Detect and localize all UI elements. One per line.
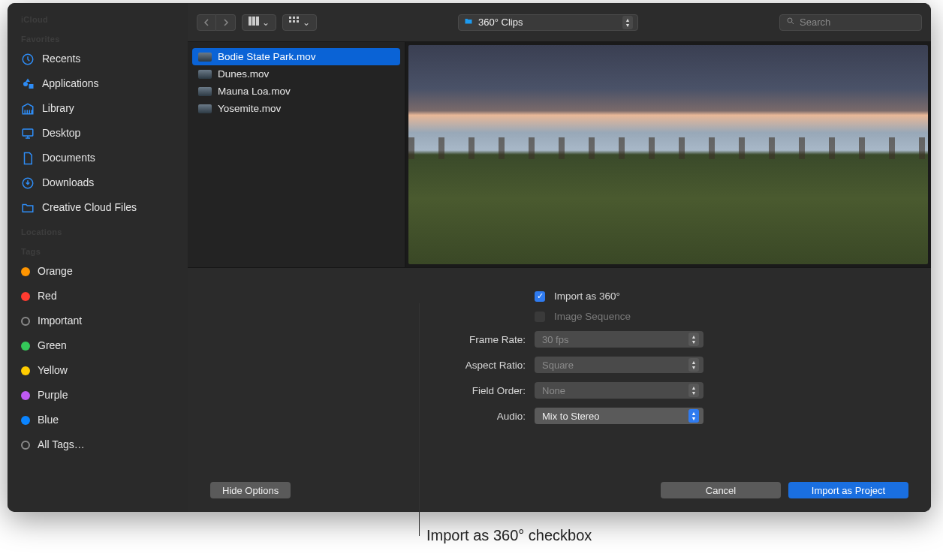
document-icon — [21, 152, 35, 165]
path-dropdown[interactable]: 360° Clips ▲▼ — [458, 14, 638, 31]
sidebar-item-label: Library — [42, 99, 74, 118]
tag-dot-icon — [21, 391, 30, 400]
tag-dot-icon — [21, 317, 30, 326]
aspect-ratio-select[interactable]: Square ▲▼ — [535, 357, 703, 373]
folder-icon — [21, 201, 35, 215]
updown-arrows-icon: ▲▼ — [622, 16, 633, 29]
group-mode-button[interactable]: ⌄ — [282, 14, 317, 31]
forward-button[interactable] — [216, 14, 236, 31]
file-item[interactable]: Mauna Loa.mov — [188, 83, 405, 100]
browser-content: Bodie State Park.mov Dunes.mov Mauna Loa… — [188, 42, 931, 267]
file-name: Dunes.mov — [218, 68, 269, 80]
chevron-down-icon: ⌄ — [303, 17, 310, 28]
sidebar-item-applications[interactable]: Applications — [8, 71, 188, 96]
svg-rect-7 — [293, 17, 295, 19]
sidebar-all-tags[interactable]: All Tags… — [8, 432, 188, 457]
view-mode-button[interactable]: ⌄ — [242, 14, 276, 31]
library-icon — [21, 102, 35, 116]
chevron-down-icon: ⌄ — [262, 17, 270, 28]
sidebar-item-label: Recents — [42, 50, 80, 68]
movie-thumb-icon — [198, 87, 212, 96]
sidebar-tag-green[interactable]: Green — [8, 333, 188, 358]
search-input[interactable]: Search — [779, 14, 922, 31]
download-icon — [21, 176, 35, 190]
image-sequence-label: Image Sequence — [554, 311, 631, 322]
field-order-select[interactable]: None ▲▼ — [535, 382, 703, 399]
import-360-label: Import as 360° — [554, 291, 620, 302]
svg-rect-3 — [249, 17, 252, 26]
sidebar-item-recents[interactable]: Recents — [8, 47, 188, 71]
image-sequence-checkbox[interactable] — [535, 312, 545, 322]
tag-dot-icon — [21, 366, 30, 375]
field-order-label: Field Order: — [435, 385, 526, 396]
preview-pane — [405, 42, 931, 267]
audio-select[interactable]: Mix to Stereo ▲▼ — [535, 408, 703, 424]
cancel-button[interactable]: Cancel — [661, 482, 781, 498]
sidebar-tag-blue[interactable]: Blue — [8, 408, 188, 432]
file-item[interactable]: Bodie State Park.mov — [192, 48, 400, 65]
callout-leader-line — [419, 303, 420, 536]
svg-rect-1 — [23, 129, 33, 136]
file-list: Bodie State Park.mov Dunes.mov Mauna Loa… — [188, 42, 405, 267]
sidebar-item-downloads[interactable]: Downloads — [8, 170, 188, 195]
import-options-panel: . ✓ Import as 360° . Image Sequence Fram… — [188, 267, 931, 512]
sidebar-tag-red[interactable]: Red — [8, 284, 188, 309]
sidebar-item-creative-cloud[interactable]: Creative Cloud Files — [8, 195, 188, 220]
tag-label: Important — [38, 312, 82, 330]
sidebar-tag-orange[interactable]: Orange — [8, 259, 188, 284]
audio-label: Audio: — [435, 411, 526, 422]
hide-options-button[interactable]: Hide Options — [210, 482, 291, 498]
aspect-ratio-label: Aspect Ratio: — [435, 360, 526, 371]
back-button[interactable] — [197, 14, 216, 31]
sidebar-item-label: Desktop — [42, 124, 80, 143]
main-panel: ⌄ ⌄ 360° Clips ▲▼ Search Bodie State Par… — [188, 3, 931, 512]
updown-arrows-icon: ▲▼ — [688, 409, 699, 423]
tag-label: Yellow — [38, 361, 68, 380]
search-placeholder: Search — [800, 17, 830, 28]
updown-arrows-icon: ▲▼ — [688, 333, 699, 346]
folder-icon — [463, 17, 474, 28]
sidebar-item-documents[interactable]: Documents — [8, 146, 188, 170]
frame-rate-select[interactable]: 30 fps ▲▼ — [535, 331, 703, 348]
file-name: Yosemite.mov — [218, 103, 281, 114]
sidebar-tag-purple[interactable]: Purple — [8, 383, 188, 408]
updown-arrows-icon: ▲▼ — [688, 358, 699, 372]
tag-label: Purple — [38, 386, 68, 405]
sidebar-item-label: Applications — [42, 74, 99, 93]
tag-label: All Tags… — [38, 435, 85, 454]
svg-rect-11 — [297, 20, 299, 23]
sidebar-item-library[interactable]: Library — [8, 96, 188, 121]
tag-dot-icon — [21, 416, 30, 425]
tag-dot-icon — [21, 441, 30, 450]
tag-dot-icon — [21, 292, 30, 301]
updown-arrows-icon: ▲▼ — [688, 384, 699, 397]
sidebar-section-icloud: iCloud — [8, 8, 188, 27]
tag-dot-icon — [21, 267, 30, 276]
svg-rect-5 — [256, 17, 259, 26]
import-button[interactable]: Import as Project — [788, 482, 908, 498]
sidebar-item-desktop[interactable]: Desktop — [8, 121, 188, 146]
callout-label: Import as 360° checkbox — [426, 527, 592, 544]
tag-dot-icon — [21, 342, 30, 351]
search-icon — [786, 17, 795, 28]
movie-thumb-icon — [198, 53, 212, 62]
tag-label: Red — [38, 287, 57, 306]
file-name: Mauna Loa.mov — [218, 86, 291, 97]
sidebar-tag-yellow[interactable]: Yellow — [8, 358, 188, 383]
sidebar-item-label: Documents — [42, 149, 95, 167]
desktop-icon — [21, 127, 35, 140]
file-item[interactable]: Yosemite.mov — [188, 100, 405, 117]
svg-rect-9 — [289, 20, 291, 23]
svg-rect-4 — [252, 17, 255, 26]
file-item[interactable]: Dunes.mov — [188, 65, 405, 83]
select-value: None — [542, 385, 565, 396]
movie-thumb-icon — [198, 104, 212, 113]
import-360-checkbox[interactable]: ✓ — [535, 291, 545, 302]
nav-buttons — [197, 14, 236, 31]
apps-icon — [21, 77, 35, 91]
svg-point-12 — [788, 18, 792, 23]
tag-label: Orange — [38, 262, 73, 281]
preview-image — [408, 45, 928, 264]
sidebar-tag-important[interactable]: Important — [8, 309, 188, 333]
svg-rect-6 — [289, 17, 291, 19]
